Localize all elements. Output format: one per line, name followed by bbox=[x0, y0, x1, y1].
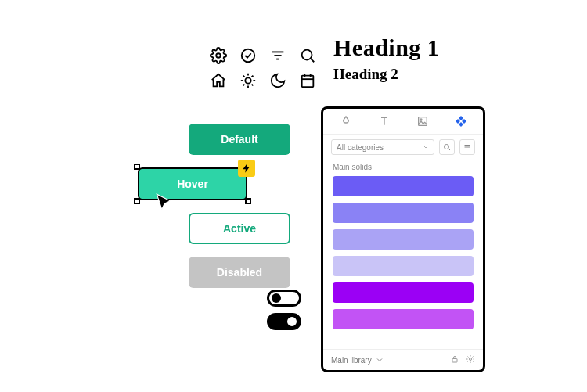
tab-components[interactable] bbox=[455, 115, 467, 129]
selection-handle-tl[interactable] bbox=[134, 164, 140, 170]
toggle-on[interactable] bbox=[267, 313, 301, 330]
category-select[interactable]: All categories bbox=[331, 139, 434, 155]
svg-point-1 bbox=[242, 49, 255, 63]
interaction-badge bbox=[238, 160, 255, 177]
icon-grid bbox=[210, 47, 319, 92]
swatch-list bbox=[323, 176, 483, 349]
swatch[interactable] bbox=[333, 176, 474, 196]
category-label: All categories bbox=[337, 143, 384, 152]
gear-icon[interactable] bbox=[466, 354, 475, 365]
tab-color[interactable] bbox=[340, 115, 352, 129]
svg-point-28 bbox=[470, 358, 472, 361]
chevron-down-icon bbox=[423, 144, 429, 150]
svg-line-12 bbox=[243, 76, 245, 77]
calendar-icon bbox=[299, 72, 319, 92]
svg-point-21 bbox=[420, 119, 422, 120]
svg-line-14 bbox=[243, 85, 245, 86]
selection-handle-bl[interactable] bbox=[134, 198, 140, 204]
search-icon bbox=[299, 47, 319, 67]
default-button[interactable]: Default bbox=[189, 124, 290, 155]
svg-line-6 bbox=[311, 59, 314, 62]
home-icon bbox=[210, 72, 230, 92]
heading-2: Heading 2 bbox=[333, 66, 439, 83]
swatch[interactable] bbox=[333, 203, 474, 223]
chevron-down-icon bbox=[375, 355, 384, 365]
svg-rect-16 bbox=[302, 76, 314, 88]
section-label: Main solids bbox=[323, 160, 483, 176]
disabled-button: Disabled bbox=[189, 257, 290, 288]
filter-icon bbox=[269, 47, 290, 67]
hover-button-selection[interactable]: Hover bbox=[138, 167, 247, 200]
cursor-icon bbox=[153, 192, 174, 216]
tab-image[interactable] bbox=[416, 115, 429, 129]
swatch[interactable] bbox=[333, 282, 474, 303]
library-select[interactable]: Main library bbox=[331, 355, 450, 365]
panel-list-view-button[interactable] bbox=[459, 139, 475, 155]
swatch[interactable] bbox=[333, 256, 474, 276]
lock-icon[interactable] bbox=[450, 354, 459, 365]
swatch[interactable] bbox=[333, 229, 474, 250]
svg-line-13 bbox=[252, 85, 254, 86]
selection-handle-br[interactable] bbox=[245, 198, 251, 204]
svg-point-5 bbox=[302, 50, 312, 60]
toggle-off[interactable] bbox=[267, 290, 301, 307]
svg-rect-27 bbox=[452, 359, 457, 363]
heading-1: Heading 1 bbox=[333, 34, 439, 61]
assets-panel: All categories Main solids Main library bbox=[321, 106, 485, 372]
panel-search-button[interactable] bbox=[439, 139, 455, 155]
svg-line-23 bbox=[448, 149, 450, 150]
check-circle-icon bbox=[239, 47, 260, 67]
moon-icon bbox=[269, 72, 290, 92]
active-button[interactable]: Active bbox=[189, 213, 290, 244]
panel-tabs bbox=[323, 109, 483, 135]
tab-text[interactable] bbox=[378, 115, 391, 129]
sun-icon bbox=[239, 72, 260, 92]
svg-point-7 bbox=[245, 77, 250, 83]
settings-icon bbox=[210, 47, 230, 67]
svg-rect-20 bbox=[418, 117, 427, 126]
library-label: Main library bbox=[331, 356, 372, 365]
svg-point-22 bbox=[445, 145, 449, 149]
swatch[interactable] bbox=[333, 309, 474, 329]
svg-line-15 bbox=[252, 76, 254, 77]
svg-point-0 bbox=[216, 53, 221, 58]
